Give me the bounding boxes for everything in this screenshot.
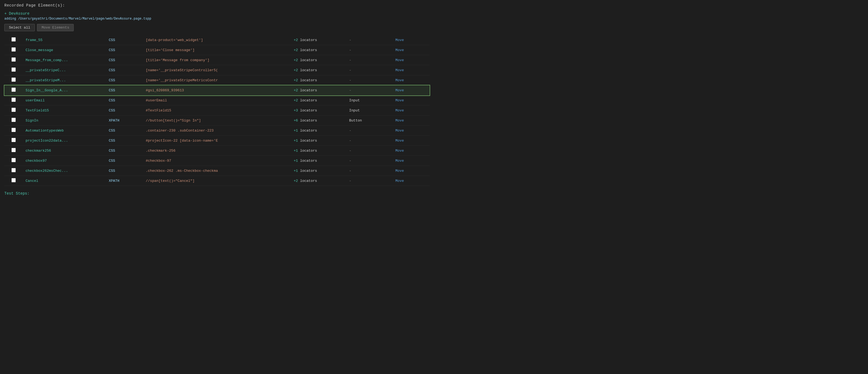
move-link[interactable]: Move <box>395 38 404 42</box>
move-link[interactable]: Move <box>395 48 404 52</box>
table-row: TextField15CSS#TextField15+3 locatorsInp… <box>4 105 430 116</box>
element-selector: [title='Close message'] <box>143 45 291 55</box>
move-link[interactable]: Move <box>395 138 404 143</box>
element-selector: //span[text()="Cancel"] <box>143 176 291 186</box>
element-name: __privateStripeC... <box>23 65 106 75</box>
move-link[interactable]: Move <box>395 159 404 163</box>
move-link[interactable]: Move <box>395 68 404 72</box>
move-elements-button[interactable]: Move Elements <box>37 24 74 31</box>
row-checkbox[interactable] <box>11 47 16 52</box>
element-type: - <box>346 176 393 186</box>
element-type: - <box>346 146 393 156</box>
table-row: SignInXPATH//button[text()="Sign In"]+6 … <box>4 116 430 126</box>
row-checkbox[interactable] <box>11 178 16 182</box>
row-checkbox[interactable] <box>11 148 16 152</box>
element-type: Button <box>346 116 393 126</box>
element-selector: #projectIcon-22 [data-icon-name='E <box>143 136 291 146</box>
elements-table: frame_55CSS[data-product='web_widget']+2… <box>4 35 430 186</box>
row-checkbox[interactable] <box>11 77 16 82</box>
select-all-button[interactable]: Select all <box>4 24 35 31</box>
element-locator-count: +2 locators <box>291 45 346 55</box>
row-checkbox[interactable] <box>11 98 16 102</box>
table-row: Sign_In__Google_A...CSS#gsi_620869_93961… <box>4 85 430 95</box>
element-name: userEmail <box>23 95 106 105</box>
element-type: - <box>346 55 393 65</box>
element-type: - <box>346 85 393 95</box>
element-type: Input <box>346 105 393 116</box>
element-locator-type: CSS <box>106 136 143 146</box>
table-row: AutomationtypesWebCSS.container-230 .sub… <box>4 126 430 136</box>
move-link[interactable]: Move <box>395 149 404 153</box>
element-locator-type: XPATH <box>106 116 143 126</box>
element-selector: [name='__privateStripeMetricsContr <box>143 75 291 85</box>
element-locator-type: CSS <box>106 105 143 116</box>
row-checkbox[interactable] <box>11 57 16 62</box>
element-locator-count: +3 locators <box>291 105 346 116</box>
element-type: - <box>346 45 393 55</box>
page-title: Recorded Page Element(s): <box>4 3 430 8</box>
element-locator-count: +2 locators <box>291 75 346 85</box>
move-link[interactable]: Move <box>395 169 404 173</box>
row-checkbox[interactable] <box>11 37 16 41</box>
element-locator-type: CSS <box>106 65 143 75</box>
element-locator-count: +1 locators <box>291 126 346 136</box>
element-locator-type: CSS <box>106 75 143 85</box>
element-selector: .container-230 .subContainer-223 <box>143 126 291 136</box>
element-locator-type: XPATH <box>106 176 143 186</box>
element-locator-type: CSS <box>106 35 143 45</box>
test-steps-section: Test Steps: <box>4 191 430 196</box>
table-row: Close_messageCSS[title='Close message']+… <box>4 45 430 55</box>
row-checkbox[interactable] <box>11 168 16 172</box>
table-row: __privateStripeC...CSS[name='__privateSt… <box>4 65 430 75</box>
element-locator-count: +2 locators <box>291 55 346 65</box>
element-locator-type: CSS <box>106 156 143 166</box>
element-locator-count: +2 locators <box>291 95 346 105</box>
table-row: userEmailCSS#userEmail+2 locatorsInputMo… <box>4 95 430 105</box>
element-locator-count: +1 locators <box>291 166 346 176</box>
devassure-section: + DevAssure adding /Users/gayathri/Docum… <box>4 11 430 21</box>
table-row: checkbox262msChec...CSS.checkbox-262 .ms… <box>4 166 430 176</box>
element-selector: //button[text()="Sign In"] <box>143 116 291 126</box>
move-link[interactable]: Move <box>395 119 404 123</box>
devassure-link[interactable]: + DevAssure <box>4 11 29 16</box>
row-checkbox[interactable] <box>11 118 16 122</box>
element-locator-count: +2 locators <box>291 35 346 45</box>
element-locator-count: +6 locators <box>291 116 346 126</box>
element-locator-type: CSS <box>106 126 143 136</box>
row-checkbox[interactable] <box>11 138 16 142</box>
element-locator-type: CSS <box>106 55 143 65</box>
element-type: - <box>346 136 393 146</box>
move-link[interactable]: Move <box>395 88 404 92</box>
element-locator-type: CSS <box>106 85 143 95</box>
move-link[interactable]: Move <box>395 98 404 102</box>
element-selector: .checkmark-256 <box>143 146 291 156</box>
element-selector: #gsi_620869_939613 <box>143 85 291 95</box>
element-locator-type: CSS <box>106 146 143 156</box>
row-checkbox[interactable] <box>11 107 16 112</box>
move-link[interactable]: Move <box>395 108 404 113</box>
table-row: projectIcon22data...CSS#projectIcon-22 [… <box>4 136 430 146</box>
element-selector: #TextField15 <box>143 105 291 116</box>
element-type: - <box>346 35 393 45</box>
element-name: TextField15 <box>23 105 106 116</box>
element-type: - <box>346 156 393 166</box>
move-link[interactable]: Move <box>395 58 404 62</box>
element-type: - <box>346 126 393 136</box>
table-row: checkmark256CSS.checkmark-256+1 locators… <box>4 146 430 156</box>
element-locator-count: +2 locators <box>291 176 346 186</box>
move-link[interactable]: Move <box>395 129 404 133</box>
element-name: Sign_In__Google_A... <box>23 85 106 95</box>
move-link[interactable]: Move <box>395 78 404 82</box>
element-locator-count: +1 locators <box>291 146 346 156</box>
row-checkbox[interactable] <box>11 158 16 162</box>
element-name: Cancel <box>23 176 106 186</box>
row-checkbox[interactable] <box>11 88 16 92</box>
element-name: Close_message <box>23 45 106 55</box>
toolbar: Select all Move Elements <box>4 24 430 31</box>
page-wrapper: Recorded Page Element(s): + DevAssure ad… <box>0 0 434 199</box>
row-checkbox[interactable] <box>11 67 16 72</box>
element-locator-count: +2 locators <box>291 65 346 75</box>
move-link[interactable]: Move <box>395 179 404 183</box>
table-row: checkbox97CSS#checkbox-97+1 locators-Mov… <box>4 156 430 166</box>
row-checkbox[interactable] <box>11 128 16 132</box>
